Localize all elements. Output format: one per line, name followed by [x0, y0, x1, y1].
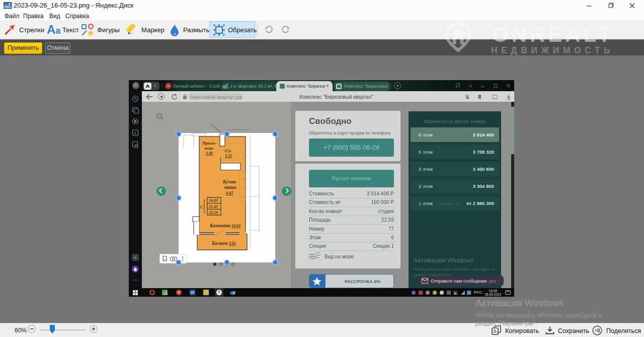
svg-text:+: +	[134, 254, 137, 260]
svg-text:ONREALT: ONREALT	[492, 23, 614, 46]
svg-text:4: 4	[134, 131, 136, 136]
svg-text:НЕДВИЖИМОСТЬ: НЕДВИЖИМОСТЬ	[491, 45, 614, 55]
